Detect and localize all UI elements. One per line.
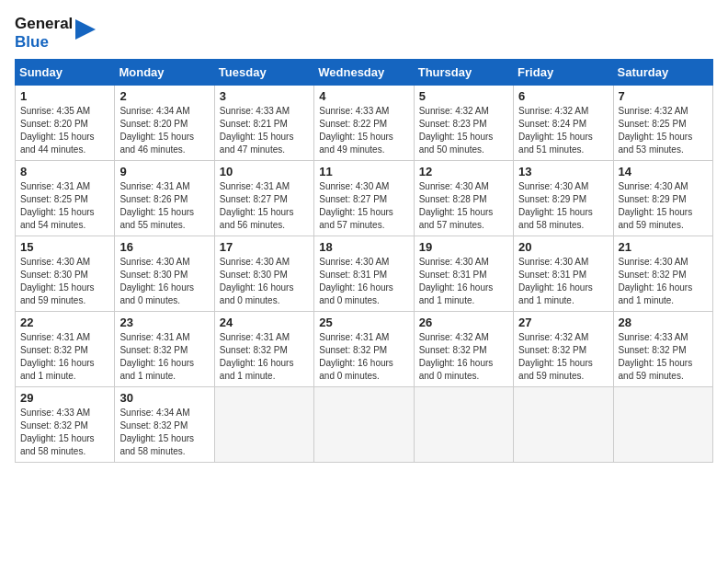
- day-info: Sunrise: 4:30 AMSunset: 8:30 PMDaylight:…: [119, 256, 209, 307]
- calendar-cell: 23Sunrise: 4:31 AMSunset: 8:32 PMDayligh…: [115, 312, 214, 387]
- calendar-week-4: 22Sunrise: 4:31 AMSunset: 8:32 PMDayligh…: [16, 312, 713, 387]
- calendar-cell: 3Sunrise: 4:33 AMSunset: 8:21 PMDaylight…: [214, 86, 313, 161]
- day-number: 27: [518, 316, 608, 329]
- day-info: Sunrise: 4:30 AMSunset: 8:27 PMDaylight:…: [319, 180, 408, 232]
- logo-wordmark: General Blue: [15, 15, 96, 52]
- day-info: Sunrise: 4:30 AMSunset: 8:28 PMDaylight:…: [419, 180, 508, 232]
- day-number: 4: [319, 89, 408, 103]
- calendar-cell: 6Sunrise: 4:32 AMSunset: 8:24 PMDaylight…: [514, 86, 613, 161]
- day-info: Sunrise: 4:32 AMSunset: 8:24 PMDaylight:…: [518, 105, 608, 156]
- calendar-cell: 15Sunrise: 4:30 AMSunset: 8:30 PMDayligh…: [16, 236, 115, 312]
- day-info: Sunrise: 4:33 AMSunset: 8:21 PMDaylight:…: [220, 105, 309, 156]
- day-number: 3: [220, 89, 309, 103]
- calendar-cell: [613, 387, 712, 463]
- day-info: Sunrise: 4:31 AMSunset: 8:32 PMDaylight:…: [20, 331, 109, 383]
- day-number: 1: [20, 89, 109, 103]
- day-info: Sunrise: 4:30 AMSunset: 8:29 PMDaylight:…: [619, 180, 708, 232]
- day-number: 24: [220, 316, 309, 329]
- calendar-table: SundayMondayTuesdayWednesdayThursdayFrid…: [15, 59, 713, 463]
- day-number: 14: [619, 165, 708, 178]
- day-info: Sunrise: 4:30 AMSunset: 8:32 PMDaylight:…: [619, 256, 708, 307]
- calendar-cell: 8Sunrise: 4:31 AMSunset: 8:25 PMDaylight…: [16, 161, 115, 236]
- day-info: Sunrise: 4:34 AMSunset: 8:32 PMDaylight:…: [119, 407, 209, 458]
- day-info: Sunrise: 4:35 AMSunset: 8:20 PMDaylight:…: [20, 105, 109, 156]
- page-header: General Blue: [15, 15, 713, 52]
- day-number: 28: [619, 316, 708, 329]
- day-number: 26: [419, 316, 508, 329]
- calendar-week-2: 8Sunrise: 4:31 AMSunset: 8:25 PMDaylight…: [16, 161, 713, 236]
- logo: General Blue: [15, 15, 96, 52]
- day-number: 17: [220, 240, 309, 254]
- calendar-cell: [214, 387, 313, 463]
- day-number: 8: [20, 165, 109, 178]
- day-info: Sunrise: 4:30 AMSunset: 8:31 PMDaylight:…: [518, 256, 608, 307]
- day-number: 5: [419, 89, 508, 103]
- calendar-cell: 4Sunrise: 4:33 AMSunset: 8:22 PMDaylight…: [314, 86, 414, 161]
- column-header-sunday: Sunday: [16, 60, 115, 86]
- day-number: 21: [619, 240, 708, 254]
- calendar-cell: [314, 387, 414, 463]
- day-info: Sunrise: 4:31 AMSunset: 8:25 PMDaylight:…: [20, 180, 109, 232]
- day-number: 22: [20, 316, 109, 329]
- calendar-cell: 12Sunrise: 4:30 AMSunset: 8:28 PMDayligh…: [414, 161, 513, 236]
- calendar-cell: 17Sunrise: 4:30 AMSunset: 8:30 PMDayligh…: [214, 236, 313, 312]
- calendar-cell: 29Sunrise: 4:33 AMSunset: 8:32 PMDayligh…: [16, 387, 115, 463]
- calendar-cell: 26Sunrise: 4:32 AMSunset: 8:32 PMDayligh…: [414, 312, 513, 387]
- calendar-cell: 16Sunrise: 4:30 AMSunset: 8:30 PMDayligh…: [115, 236, 214, 312]
- day-number: 11: [319, 165, 408, 178]
- column-header-thursday: Thursday: [414, 60, 513, 86]
- day-info: Sunrise: 4:32 AMSunset: 8:25 PMDaylight:…: [619, 105, 708, 156]
- calendar-cell: 18Sunrise: 4:30 AMSunset: 8:31 PMDayligh…: [314, 236, 414, 312]
- calendar-cell: 28Sunrise: 4:33 AMSunset: 8:32 PMDayligh…: [613, 312, 712, 387]
- day-number: 2: [119, 89, 209, 103]
- calendar-cell: 27Sunrise: 4:32 AMSunset: 8:32 PMDayligh…: [514, 312, 613, 387]
- calendar-cell: 25Sunrise: 4:31 AMSunset: 8:32 PMDayligh…: [314, 312, 414, 387]
- calendar-cell: 21Sunrise: 4:30 AMSunset: 8:32 PMDayligh…: [613, 236, 712, 312]
- day-number: 10: [220, 165, 309, 178]
- calendar-cell: 9Sunrise: 4:31 AMSunset: 8:26 PMDaylight…: [115, 161, 214, 236]
- calendar-cell: 2Sunrise: 4:34 AMSunset: 8:20 PMDaylight…: [115, 86, 214, 161]
- day-info: Sunrise: 4:32 AMSunset: 8:23 PMDaylight:…: [419, 105, 508, 156]
- day-number: 19: [419, 240, 508, 254]
- calendar-week-3: 15Sunrise: 4:30 AMSunset: 8:30 PMDayligh…: [16, 236, 713, 312]
- calendar-cell: 20Sunrise: 4:30 AMSunset: 8:31 PMDayligh…: [514, 236, 613, 312]
- day-info: Sunrise: 4:32 AMSunset: 8:32 PMDaylight:…: [419, 331, 508, 383]
- column-header-monday: Monday: [115, 60, 214, 86]
- calendar-week-5: 29Sunrise: 4:33 AMSunset: 8:32 PMDayligh…: [16, 387, 713, 463]
- calendar-cell: 10Sunrise: 4:31 AMSunset: 8:27 PMDayligh…: [214, 161, 313, 236]
- column-header-tuesday: Tuesday: [214, 60, 313, 86]
- calendar-cell: 19Sunrise: 4:30 AMSunset: 8:31 PMDayligh…: [414, 236, 513, 312]
- day-number: 13: [518, 165, 608, 178]
- day-info: Sunrise: 4:31 AMSunset: 8:32 PMDaylight:…: [319, 331, 408, 383]
- calendar-cell: [414, 387, 513, 463]
- calendar-week-1: 1Sunrise: 4:35 AMSunset: 8:20 PMDaylight…: [16, 86, 713, 161]
- day-info: Sunrise: 4:31 AMSunset: 8:27 PMDaylight:…: [220, 180, 309, 232]
- column-header-friday: Friday: [514, 60, 613, 86]
- day-number: 23: [119, 316, 209, 329]
- day-number: 7: [619, 89, 708, 103]
- calendar-cell: 11Sunrise: 4:30 AMSunset: 8:27 PMDayligh…: [314, 161, 414, 236]
- svg-marker-0: [75, 19, 96, 40]
- day-info: Sunrise: 4:31 AMSunset: 8:32 PMDaylight:…: [119, 331, 209, 383]
- day-info: Sunrise: 4:31 AMSunset: 8:32 PMDaylight:…: [220, 331, 309, 383]
- day-number: 18: [319, 240, 408, 254]
- calendar-cell: [514, 387, 613, 463]
- day-info: Sunrise: 4:32 AMSunset: 8:32 PMDaylight:…: [518, 331, 608, 383]
- day-info: Sunrise: 4:30 AMSunset: 8:29 PMDaylight:…: [518, 180, 608, 232]
- day-number: 25: [319, 316, 408, 329]
- day-info: Sunrise: 4:30 AMSunset: 8:30 PMDaylight:…: [20, 256, 109, 307]
- day-number: 30: [119, 391, 209, 405]
- day-info: Sunrise: 4:30 AMSunset: 8:31 PMDaylight:…: [319, 256, 408, 307]
- day-info: Sunrise: 4:34 AMSunset: 8:20 PMDaylight:…: [119, 105, 209, 156]
- logo-arrow-icon: [75, 19, 96, 40]
- day-number: 16: [119, 240, 209, 254]
- day-number: 29: [20, 391, 109, 405]
- day-number: 12: [419, 165, 508, 178]
- day-info: Sunrise: 4:33 AMSunset: 8:22 PMDaylight:…: [319, 105, 408, 156]
- day-info: Sunrise: 4:33 AMSunset: 8:32 PMDaylight:…: [619, 331, 708, 383]
- column-header-saturday: Saturday: [613, 60, 712, 86]
- day-number: 20: [518, 240, 608, 254]
- day-info: Sunrise: 4:33 AMSunset: 8:32 PMDaylight:…: [20, 407, 109, 458]
- day-info: Sunrise: 4:30 AMSunset: 8:31 PMDaylight:…: [419, 256, 508, 307]
- column-header-wednesday: Wednesday: [314, 60, 414, 86]
